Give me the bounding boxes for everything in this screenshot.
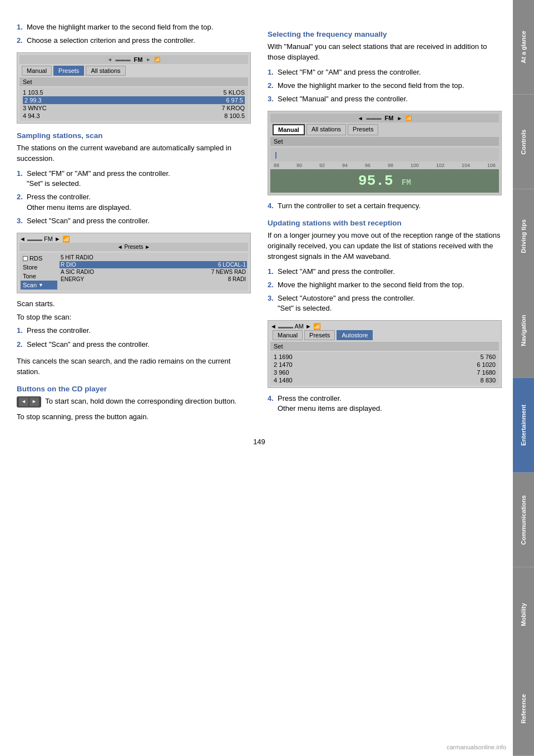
table-row: 2 14706 1020 [274,361,496,369]
sidebar-item-mobility[interactable]: Mobility [513,567,534,662]
cursor-row [270,148,499,161]
table-row: ENERGY8 RADI [60,276,247,283]
left-step-2: 2. Choose a selection criterion and pres… [17,36,251,46]
sampling-step-3: 3. Select "Scan" and press the controlle… [17,216,251,226]
updating-step-1: 1. Select "AM" and press the controller. [268,267,502,277]
cursor-indicator [275,152,276,159]
table-row: A SIC RADIO7 NEWS RAD [60,268,247,276]
set-row: Set [19,77,248,86]
table-row: R DIO6 LOCAL-1 [60,261,247,268]
table-row: 4 94.38 100.5 [23,112,245,120]
fm-presets-screen: ◄ ▬▬▬ FM ► 📶 Manual Presets All stations… [17,52,251,124]
store-item: Store [21,263,57,272]
presets-bar: ◄ Presets ► [19,243,248,251]
am-station-list: 1 16905 760 2 14706 1020 3 9607 1680 4 1… [270,352,499,385]
sidebar-item-reference[interactable]: Reference [513,661,534,756]
scan-menu: RDS Store Tone Scan ▼ [19,253,248,291]
updating-step-2: 2. Move the highlight marker to the seco… [268,280,502,290]
stop-step-2: 2. Select "Scan" and press the controlle… [17,340,251,350]
table-row: 2 99.36 97.5 [23,96,245,104]
sidebar-item-communications[interactable]: Communications [513,473,534,567]
scan-screen: ◄ ▬▬▬ FM ► 📶 ◄ Presets ► RDS [17,233,251,293]
updating-step-4: 4. Press the controller.Other menu items… [268,394,502,414]
presets-tab[interactable]: Presets [53,66,84,76]
presets-tab-2[interactable]: Presets [348,124,378,135]
table-row: 4 14808 830 [274,376,496,384]
sidebar-item-at-a-glance[interactable]: At a glance [513,0,534,95]
manual-tab[interactable]: Manual [22,66,52,76]
autostore-tab[interactable]: Autostore [337,330,373,340]
set-row-am: Set [270,342,499,351]
sidebar-item-navigation[interactable]: Navigation [513,283,534,378]
tone-item: Tone [21,272,57,281]
manual-tab-2[interactable]: Manual [273,124,305,135]
sampling-heading: Sampling stations, scan [17,131,251,140]
table-row: 1 103.55 KLOS [23,89,245,96]
freq-step-3: 3. Select "Manual" and press the control… [268,94,502,104]
freq-intro: With "Manual" you can select stations th… [268,42,502,63]
page-number: 149 [17,438,502,446]
updating-intro: If on a longer journey you move out of t… [268,230,502,262]
freq-step-4: 4. Turn the controller to set a certain … [268,201,502,211]
left-column: 1. Move the highlight marker to the seco… [17,22,251,426]
sampling-text: The stations on the current waveband are… [17,143,251,164]
stop-step-1: 1. Press the controller. [17,326,251,336]
manual-tab-am[interactable]: Manual [273,330,303,340]
cd-buttons-icon: ◄ ► [17,396,41,407]
table-row: 3 9607 1680 [274,369,496,376]
set-row-2: Set [270,137,499,146]
freq-heading: Selecting the frequency manually [268,30,502,38]
cd-text2: To stop scanning, press the button again… [17,412,251,423]
sampling-step-2: 2. Press the controller.Other menu items… [17,192,251,212]
freq-step-2: 2. Move the highlight marker to the seco… [268,81,502,91]
sampling-step-1: 1. Select "FM" or "AM" and press the con… [17,169,251,189]
freq-step-1: 1. Select "FM" or "AM" and press the con… [268,67,502,77]
updating-heading: Updating stations with best reception [268,219,502,227]
sidebar: At a glance Controls Driving tips Naviga… [513,0,534,756]
scan-starts: Scan starts. [17,299,251,309]
sidebar-item-controls[interactable]: Controls [513,95,534,189]
all-stations-tab-2[interactable]: All stations [306,124,346,135]
right-column: Selecting the frequency manually With "M… [268,22,502,426]
station-list: 1 103.55 KLOS 2 99.36 97.5 3 WNYC7 KROQ … [19,87,248,121]
rds-item: RDS [21,254,57,263]
presets-tab-am[interactable]: Presets [304,330,335,340]
all-stations-tab[interactable]: All stations [86,66,125,76]
am-screen: ◄ ▬▬▬ AM ► 📶 Manual Presets Autostore Se… [268,320,502,388]
updating-step-3: 3. Select "Autostore" and press the cont… [268,293,502,313]
left-step-1: 1. Move the highlight marker to the seco… [17,22,251,32]
to-stop: To stop the scan: [17,312,251,322]
cd-text: ◄ ► To start scan, hold down the corresp… [17,396,251,407]
table-row: 3 WNYC7 KROQ [23,104,245,112]
freq-display: 95.5 FM [270,169,499,193]
freq-screen: ◄ ▬▬▬ FM ► 📶 Manual All stations Presets… [268,111,502,195]
sidebar-item-driving-tips[interactable]: Driving tips [513,189,534,284]
bottom-logo: carmanualsonline.info [447,744,506,750]
scan-item[interactable]: Scan ▼ [21,281,57,289]
cancels-text: This cancels the scan search, and the ra… [17,356,251,377]
sidebar-item-entertainment[interactable]: Entertainment [513,378,534,473]
table-row: 5 HIT RADIO [60,254,247,261]
table-row: 1 16905 760 [274,353,496,361]
cd-heading: Buttons on the CD player [17,385,251,393]
